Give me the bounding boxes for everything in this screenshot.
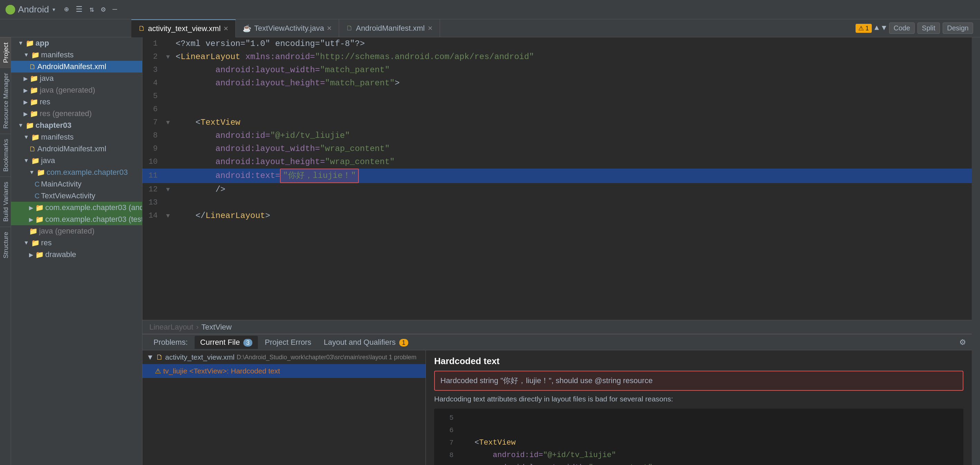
tree-item-java-generated[interactable]: ▶ 📁 java (generated) [11,84,142,96]
tree-item-main-activity[interactable]: C MainActivity [11,178,142,190]
fold-7[interactable]: ▼ [163,116,173,129]
right-scrollbar[interactable] [972,37,980,465]
tree-item-res[interactable]: ▶ 📁 res [11,96,142,108]
line-content-1: <?xml version="1.0" encoding="utf-8"?> [173,37,972,51]
project-panel: ▼ 📁 app ▼ 📁 manifests 🗋 AndroidManifest.… [11,37,142,465]
tree-item-java-gen-ch03[interactable]: 📁 java (generated) [11,225,142,237]
tab-close-manifest[interactable]: ✕ [428,25,433,32]
detail-code-line-5: 5 [440,411,958,424]
tab-textview-activity[interactable]: ☕ TextViewActivity.java ✕ [236,19,339,37]
code-view-btn[interactable]: Code [889,22,915,34]
code-line-4: 4 android:layout_height="match_parent"> [142,77,972,90]
expand-arrow-manifests: ▼ [24,52,29,58]
tree-item-test[interactable]: ▶ 📁 com.example.chapter03 (test) [11,214,142,225]
tab-project-errors[interactable]: Project Errors [259,336,317,349]
add-icon[interactable]: ⊕ [64,5,69,14]
breadcrumb-textview[interactable]: TextView [202,323,232,332]
line-num-8: 8 [142,129,163,142]
bottom-settings-icon[interactable]: ⚙ [959,338,966,347]
tree-label-java: java [40,74,54,83]
tab-activity-text-view[interactable]: 🗋 activity_text_view.xml ✕ [131,19,236,37]
file-icon-problem: 🗋 [156,353,163,361]
fold-2[interactable]: ▼ [163,51,173,63]
line-num-14: 14 [142,209,163,222]
layout-qualifier-badge: 1 [399,339,408,346]
tree-label-com-example: com.example.chapter03 [47,168,128,177]
minimize-icon[interactable]: — [112,5,117,14]
side-tabs: Project Resource Manager Bookmarks Build… [0,37,11,465]
code-line-9: 9 android:layout_width="wrap_content" [142,142,972,156]
sidebar-item-project[interactable]: Project [0,37,11,68]
design-view-btn[interactable]: Design [943,22,973,34]
list-icon[interactable]: ☰ [76,5,83,14]
folder-icon-manifests: 📁 [31,51,40,59]
tree-item-drawable[interactable]: ▶ 📁 drawable [11,249,142,260]
line-content-7: <TextView [173,116,972,129]
split-view-btn[interactable]: Split [918,22,940,34]
tree-label-manifests: manifests [41,51,74,59]
detail-warning-box: Hardcoded string "你好，liujie！", should us… [434,371,963,391]
line-content-2: <LinearLayout xmlns:android="http://sche… [173,51,972,63]
tree-item-java[interactable]: ▶ 📁 java [11,73,142,84]
tree-item-android-test[interactable]: ▶ 📁 com.example.chapter03 (androidTest) [11,202,142,214]
breadcrumb-linearlayout[interactable]: LinearLayout [150,323,193,332]
fold-14[interactable]: ▼ [163,209,173,222]
warning-icon: ⚠ [155,367,161,375]
collapse-icon[interactable]: ▼ [146,353,154,361]
expand-arrow-test: ▶ [29,216,33,223]
tab-label-active: activity_text_view.xml [148,24,221,33]
folder-icon-ch03-java: 📁 [31,157,40,165]
problem-item-hardcoded[interactable]: ⚠ tv_liujie <TextView>: Hardcoded text [142,364,426,378]
tree-item-res-generated[interactable]: ▶ 📁 res (generated) [11,108,142,119]
tree-item-ch03-manifests[interactable]: ▼ 📁 manifests [11,131,142,143]
problem-filename: activity_text_view.xml [165,353,235,361]
tab-android-manifest[interactable]: 🗋 AndroidManifest.xml ✕ [339,19,440,37]
tree-label-res-gen: res (generated) [40,109,92,118]
sidebar-item-resource-manager[interactable]: Resource Manager [0,68,11,134]
tree-item-chapter03[interactable]: ▼ 📁 chapter03 [11,119,142,131]
xml-file-icon: 🗋 [138,25,145,32]
folder-icon-app: 📁 [25,39,34,47]
tab-current-file[interactable]: Current File 3 [195,336,258,349]
sort-icon[interactable]: ⇅ [89,5,94,14]
fold-12[interactable]: ▼ [163,183,173,196]
sidebar-item-structure[interactable]: Structure [0,227,11,263]
nav-up-icon[interactable]: ▲ [875,24,879,32]
tree-item-textview-activity[interactable]: C TextViewActivity [11,190,142,202]
code-line-7: 7 ▼ <TextView [142,116,972,129]
expand-arrow: ▼ [18,40,24,46]
line-content-14: </LinearLayout> [173,209,972,222]
code-editor[interactable]: 1 <?xml version="1.0" encoding="utf-8"?>… [142,37,972,320]
expand-arrow-android-test: ▶ [29,205,33,211]
tree-item-ch03-java[interactable]: ▼ 📁 java [11,155,142,167]
tab-layout-qualifiers[interactable]: Layout and Qualifiers 1 [318,336,414,349]
breadcrumb-bar: LinearLayout › TextView [142,320,972,334]
tree-item-ch03-res[interactable]: ▼ 📁 res [11,237,142,249]
detail-code-line-8: 8 android:id="@+id/tv_liujie" [440,449,958,461]
detail-line-content-8: android:id="@+id/tv_liujie" [456,451,616,459]
expand-arrow-com-example: ▼ [29,169,35,176]
settings-icon[interactable]: ⚙ [101,5,105,14]
tab-close-java[interactable]: ✕ [327,25,332,32]
tree-item-app[interactable]: ▼ 📁 app [11,37,142,49]
tab-bar: 🗋 activity_text_view.xml ✕ ☕ TextViewAct… [0,19,980,37]
tree-item-manifests[interactable]: ▼ 📁 manifests [11,49,142,61]
code-line-10: 10 android:layout_height="wrap_content" [142,156,972,168]
sidebar-item-build-variants[interactable]: Build Variants [0,176,11,227]
current-file-badge: 3 [243,339,252,346]
dropdown-arrow[interactable]: ▾ [52,5,56,14]
detail-line-num-5: 5 [440,414,453,422]
bottom-panel: Problems: Current File 3 Project Errors … [142,334,972,465]
tree-label-main-activity: MainActivity [41,179,81,189]
problem-detail-panel: Hardcoded text Hardcoded string "你好，liuj… [426,350,972,465]
sidebar-item-bookmarks[interactable]: Bookmarks [0,134,11,176]
expand-arrow-java: ▶ [24,75,28,82]
tree-item-com-example[interactable]: ▼ 📁 com.example.chapter03 [11,167,142,178]
tab-close-btn[interactable]: ✕ [223,25,229,32]
tree-item-ch03-manifest-file[interactable]: 🗋 AndroidManifest.xml [11,143,142,155]
expand-arrow-drawable: ▶ [29,251,33,258]
tree-label-manifest-file: AndroidManifest.xml [37,62,106,71]
tree-item-android-manifest[interactable]: 🗋 AndroidManifest.xml [11,61,142,73]
tree-label-test: com.example.chapter03 (test) [45,215,142,224]
nav-down-icon[interactable]: ▼ [882,24,886,32]
